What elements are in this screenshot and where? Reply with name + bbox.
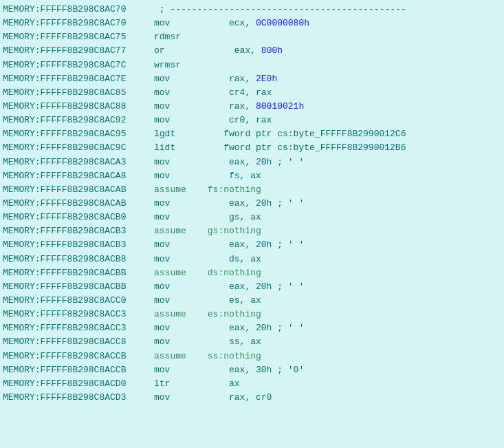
operand: ds, ax [202,253,261,266]
operand: fs, ax [202,169,261,183]
address: MEMORY:FFFFF8B298C8ACC3 [3,321,154,335]
address: MEMORY:FFFFF8B298C8ACAB [3,183,154,197]
operand: eax, 20h ; ' ' [202,156,304,169]
mnemonic: lidt [154,141,202,155]
address: MEMORY:FFFFF8B298C8ACBB [3,266,154,280]
address: MEMORY:FFFFF8B298C8ACAB [3,197,154,211]
disasm-line: MEMORY:FFFFF8B298C8AC85mov cr4, rax [0,86,504,100]
disasm-line: MEMORY:FFFFF8B298C8ACA3mov eax, 20h ; ' … [0,156,504,169]
address: MEMORY:FFFFF8B298C8ACCB [3,363,154,377]
mnemonic: wrmsr [154,58,202,72]
disasm-line: MEMORY:FFFFF8B298C8ACB8mov ds, ax [0,253,504,266]
mnemonic-assume: assume [154,224,202,238]
mnemonic: lgdt [154,127,202,141]
mnemonic: mov [154,114,202,127]
mnemonic: mov [154,100,202,114]
disasm-line: MEMORY:FFFFF8B298C8ACBBmov eax, 20h ; ' … [0,280,504,294]
disasm-line: MEMORY:FFFFF8B298C8ACBBassume ds:nothing [0,266,504,280]
address: MEMORY:FFFFF8B298C8AC77 [3,44,154,58]
address: MEMORY:FFFFF8B298C8AC92 [3,114,154,127]
disasm-line: MEMORY:FFFFF8B298C8ACC3mov eax, 20h ; ' … [0,321,504,335]
mnemonic: mov [154,363,202,377]
mnemonic: mov [154,294,202,308]
disasm-line: MEMORY:FFFFF8B298C8AC70 ; --------------… [0,3,504,17]
disasm-line: MEMORY:FFFFF8B298C8AC70mov ecx, 0C000008… [0,17,504,30]
operand: gs, ax [202,211,261,224]
mnemonic: mov [154,238,202,252]
operand: eax, 30h ; '0' [202,363,304,377]
operand-assume: fs:nothing [202,183,261,197]
disasm-line: MEMORY:FFFFF8B298C8AC92mov cr0, rax [0,114,504,127]
address: MEMORY:FFFFF8B298C8AC85 [3,86,154,100]
mnemonic: mov [154,335,202,349]
operand-value: 0C0000080h [256,17,309,30]
operand-assume: gs:nothing [202,224,261,238]
mnemonic: mov [154,169,202,183]
disasm-line: MEMORY:FFFFF8B298C8ACA8mov fs, ax [0,169,504,183]
mnemonic: or [154,44,202,58]
operand: cr4, rax [202,86,272,100]
operand: fword ptr cs:byte_FFFFF8B2990012B6 [202,141,406,155]
operand-value: 80010021h [256,100,304,114]
mnemonic-assume: assume [154,266,202,280]
mnemonic: mov [154,321,202,335]
address: MEMORY:FFFFF8B298C8AC9C [3,141,154,155]
disasm-line: MEMORY:FFFFF8B298C8ACABmov eax, 20h ; ' … [0,197,504,211]
mnemonic: mov [154,156,202,169]
operand: ss, ax [202,335,261,349]
mnemonic-assume: assume [154,183,202,197]
address: MEMORY:FFFFF8B298C8AC88 [3,100,154,114]
mnemonic: mov [154,253,202,266]
address: MEMORY:FFFFF8B298C8ACCB [3,350,154,363]
address: MEMORY:FFFFF8B298C8ACB3 [3,224,154,238]
address: MEMORY:FFFFF8B298C8ACC3 [3,308,154,321]
mnemonic: mov [154,197,202,211]
mnemonic: rdmsr [154,30,202,44]
disassembly-view: MEMORY:FFFFF8B298C8AC70 ; --------------… [0,0,504,407]
operand: eax, 20h ; ' ' [202,321,304,335]
operand: rax, [202,72,256,86]
disasm-line: MEMORY:FFFFF8B298C8AC9Clidt fword ptr cs… [0,141,504,155]
operand: eax, 20h ; ' ' [202,280,304,294]
operand-value: 2E0h [256,72,277,86]
disasm-line: MEMORY:FFFFF8B298C8ACABassume fs:nothing [0,183,504,197]
disasm-line: MEMORY:FFFFF8B298C8ACB3mov eax, 20h ; ' … [0,238,504,252]
operand: eax, [202,44,261,58]
address: MEMORY:FFFFF8B298C8ACA3 [3,156,154,169]
disasm-line: MEMORY:FFFFF8B298C8ACC8mov ss, ax [0,335,504,349]
address: MEMORY:FFFFF8B298C8AC70 [3,3,154,17]
address: MEMORY:FFFFF8B298C8ACD0 [3,377,154,391]
mnemonic-assume: assume [154,350,202,363]
comment-sep: ; --------------------------------------… [154,3,406,17]
address: MEMORY:FFFFF8B298C8ACBB [3,280,154,294]
mnemonic: ltr [154,377,202,391]
operand: ecx, [202,17,256,30]
operand-assume: ds:nothing [202,266,261,280]
mnemonic: mov [154,280,202,294]
operand: rax, [202,100,256,114]
disasm-line: MEMORY:FFFFF8B298C8ACC3assume es:nothing [0,308,504,321]
operand: fword ptr cs:byte_FFFFF8B2990012C6 [202,127,406,141]
address: MEMORY:FFFFF8B298C8AC75 [3,30,154,44]
disasm-line: MEMORY:FFFFF8B298C8AC88mov rax, 80010021… [0,100,504,114]
address: MEMORY:FFFFF8B298C8ACB3 [3,238,154,252]
address: MEMORY:FFFFF8B298C8ACC0 [3,294,154,308]
mnemonic: mov [154,391,202,405]
disasm-line: MEMORY:FFFFF8B298C8AC77or eax, 800h [0,44,504,58]
address: MEMORY:FFFFF8B298C8ACB8 [3,253,154,266]
mnemonic: mov [154,72,202,86]
address: MEMORY:FFFFF8B298C8AC95 [3,127,154,141]
address: MEMORY:FFFFF8B298C8AC7C [3,58,154,72]
address: MEMORY:FFFFF8B298C8ACD3 [3,391,154,405]
mnemonic-assume: assume [154,308,202,321]
operand: eax, 20h ; ' ' [202,197,304,211]
operand-assume: ss:nothing [202,350,261,363]
disasm-line: MEMORY:FFFFF8B298C8ACCBassume ss:nothing [0,350,504,363]
disasm-line: MEMORY:FFFFF8B298C8ACC0mov es, ax [0,294,504,308]
disasm-line: MEMORY:FFFFF8B298C8ACB3assume gs:nothing [0,224,504,238]
disasm-line: MEMORY:FFFFF8B298C8ACCBmov eax, 30h ; '0… [0,363,504,377]
disasm-line: MEMORY:FFFFF8B298C8ACB0mov gs, ax [0,211,504,224]
disasm-line: MEMORY:FFFFF8B298C8AC7Emov rax, 2E0h [0,72,504,86]
mnemonic: mov [154,17,202,30]
disasm-line: MEMORY:FFFFF8B298C8ACD0ltr ax [0,377,504,391]
